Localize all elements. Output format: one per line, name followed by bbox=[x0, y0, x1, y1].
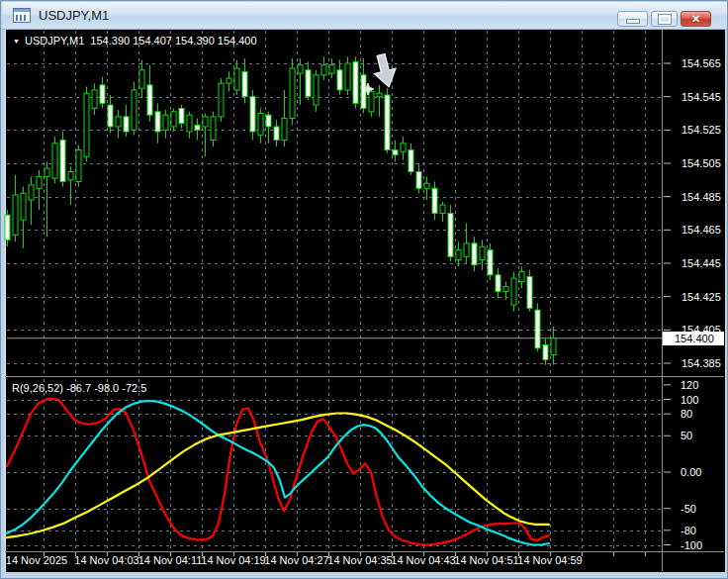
bear-candle bbox=[337, 70, 342, 90]
indicator-legend: R(9,26,52) -86.7 -98.0 -72.5 bbox=[12, 382, 146, 394]
bull-candle bbox=[440, 205, 445, 213]
bull-candle bbox=[321, 65, 326, 75]
bear-candle bbox=[5, 215, 10, 240]
bear-candle bbox=[535, 310, 540, 348]
indicator-axis-label: 120 bbox=[681, 379, 698, 391]
bear-candle bbox=[124, 117, 129, 132]
bull-candle bbox=[401, 144, 406, 151]
bull-candle bbox=[290, 68, 295, 118]
bear-candle bbox=[416, 171, 421, 188]
bull-candle bbox=[511, 278, 516, 305]
indicator-axis-label: -100 bbox=[681, 539, 702, 551]
bull-candle bbox=[480, 246, 485, 259]
symbol-legend: ▼ USDJPY,M1 154.390 154.407 154.390 154.… bbox=[13, 35, 257, 47]
bull-candle bbox=[369, 92, 374, 112]
bear-candle bbox=[393, 150, 398, 155]
bull-candle bbox=[68, 171, 73, 179]
candles-layer bbox=[5, 56, 556, 364]
symbol-ohlc-text: USDJPY,M1 154.390 154.407 154.390 154.40… bbox=[25, 35, 257, 47]
bear-candle bbox=[488, 250, 493, 275]
bear-candle bbox=[60, 140, 65, 181]
bull-candle bbox=[139, 70, 144, 89]
bear-candle bbox=[448, 213, 453, 256]
bull-candle bbox=[298, 65, 303, 73]
bull-candle bbox=[234, 68, 239, 90]
time-axis-label: 14 Nov 04:27 bbox=[264, 554, 328, 566]
indicator-axis-label: 50 bbox=[681, 430, 692, 441]
bear-candle bbox=[242, 71, 247, 96]
price-axis-label: 154.525 bbox=[682, 124, 721, 136]
bear-candle bbox=[353, 61, 358, 103]
time-axis-label: 14 Nov 04:11 bbox=[138, 554, 203, 566]
bull-candle bbox=[424, 183, 429, 188]
bear-candle bbox=[108, 105, 113, 127]
time-axis-label: 14 Nov 04:59 bbox=[517, 554, 582, 566]
bull-candle bbox=[211, 117, 216, 141]
price-axis-label: 154.445 bbox=[682, 257, 721, 269]
indicator-axis-label: 80 bbox=[681, 408, 692, 420]
indicator-axis-label: -50 bbox=[681, 503, 696, 515]
bear-candle bbox=[432, 188, 437, 213]
bear-candle bbox=[306, 70, 311, 97]
price-axis-label: 154.465 bbox=[682, 224, 721, 236]
bull-candle bbox=[29, 185, 34, 200]
bull-candle bbox=[314, 75, 318, 105]
bull-candle bbox=[132, 90, 136, 130]
indicator-axis-label: 0.00 bbox=[681, 466, 701, 478]
indicator-line-red bbox=[7, 399, 549, 545]
bull-candle bbox=[203, 117, 208, 127]
bull-candle bbox=[76, 150, 81, 182]
bear-candle bbox=[527, 276, 532, 308]
time-axis-label: 14 Nov 04:43 bbox=[391, 554, 455, 566]
time-axis-label: 14 Nov 04:19 bbox=[201, 554, 265, 566]
bull-candle bbox=[219, 83, 224, 117]
bull-candle bbox=[163, 115, 168, 130]
bear-candle bbox=[409, 150, 413, 172]
time-axis-label: 14 Nov 04:51 bbox=[454, 554, 518, 566]
price-pane-grid bbox=[7, 31, 662, 376]
indicator-axis: 12010080500.00-50-80-100 bbox=[664, 379, 702, 551]
chevron-down-icon[interactable]: ▼ bbox=[13, 38, 20, 45]
time-axis-label: 14 Nov 04:03 bbox=[74, 554, 138, 566]
down-arrow-cursor bbox=[370, 52, 399, 89]
bull-candle bbox=[329, 65, 334, 73]
price-axis-label: 154.505 bbox=[682, 157, 721, 169]
bear-candle bbox=[179, 108, 184, 123]
bear-candle bbox=[100, 85, 105, 104]
price-axis-label: 154.425 bbox=[682, 291, 721, 303]
indicator-axis-label: -80 bbox=[681, 525, 696, 536]
bull-candle bbox=[503, 287, 508, 292]
bear-candle bbox=[155, 112, 160, 132]
bull-candle bbox=[116, 117, 121, 127]
chart-window: USDJPY,M1 ✕ 154.565154.545154.525154.505… bbox=[0, 0, 728, 579]
price-axis-label: 154.565 bbox=[682, 57, 721, 69]
bear-candle bbox=[250, 97, 255, 132]
current-price-badge: 154.400 bbox=[663, 332, 724, 345]
indicator-lines-layer bbox=[7, 399, 549, 545]
bear-candle bbox=[266, 115, 271, 127]
bull-candle bbox=[345, 63, 350, 90]
price-axis: 154.565154.545154.525154.505154.485154.4… bbox=[664, 57, 721, 369]
down-arrow-icon bbox=[370, 52, 399, 89]
bull-candle bbox=[377, 93, 382, 96]
price-axis-label: 154.485 bbox=[682, 191, 721, 203]
bull-candle bbox=[519, 271, 524, 281]
bear-candle bbox=[385, 95, 390, 150]
bear-candle bbox=[543, 344, 548, 359]
chart-canvas[interactable]: 154.565154.545154.525154.505154.485154.4… bbox=[1, 1, 728, 579]
bull-candle bbox=[92, 90, 97, 109]
bull-candle bbox=[13, 195, 18, 235]
bear-candle bbox=[361, 75, 366, 109]
bull-candle bbox=[52, 144, 57, 178]
price-axis-label: 154.385 bbox=[682, 357, 721, 369]
time-axis: 14 Nov 202514 Nov 04:0314 Nov 04:1114 No… bbox=[6, 552, 646, 566]
bull-candle bbox=[21, 193, 26, 220]
bear-candle bbox=[496, 275, 500, 292]
bull-candle bbox=[464, 243, 469, 256]
bull-candle bbox=[171, 112, 176, 127]
indicator-pane-grid bbox=[7, 379, 662, 551]
bull-candle bbox=[187, 115, 192, 132]
bull-candle bbox=[551, 338, 556, 355]
bear-candle bbox=[472, 243, 477, 265]
bull-candle bbox=[227, 78, 231, 83]
